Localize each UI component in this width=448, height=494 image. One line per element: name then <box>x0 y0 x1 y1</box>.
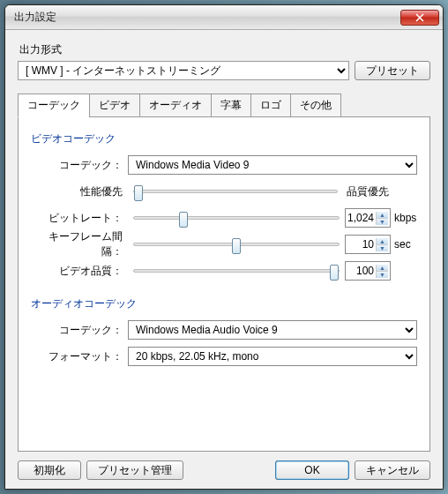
bitrate-spinner[interactable]: ▲▼ <box>376 212 388 225</box>
video-codec-label: コーデック： <box>31 158 128 173</box>
close-button[interactable] <box>400 10 439 26</box>
close-icon <box>415 13 424 22</box>
chevron-down-icon: ▼ <box>377 219 388 225</box>
keyframe-label: キーフレーム間隔： <box>31 229 128 259</box>
bitrate-label: ビットレート： <box>31 211 128 226</box>
tab-audio[interactable]: オーディオ <box>139 94 212 117</box>
keyframe-spinner[interactable]: ▲▼ <box>376 238 388 251</box>
output-format-select[interactable]: [ WMV ] - インターネットストリーミング <box>18 61 349 80</box>
tab-video[interactable]: ビデオ <box>89 94 140 117</box>
video-quality-slider[interactable] <box>128 269 345 273</box>
chevron-up-icon: ▲ <box>377 265 388 272</box>
button-bar: 初期化 プリセット管理 OK キャンセル <box>18 452 430 480</box>
chevron-down-icon: ▼ <box>377 272 388 278</box>
chevron-up-icon: ▲ <box>377 212 388 219</box>
dialog-window: 出力設定 出力形式 [ WMV ] - インターネットストリーミング プリセット… <box>4 4 444 490</box>
perf-quality-slider[interactable] <box>128 190 343 193</box>
video-quality-spinner[interactable]: ▲▼ <box>376 265 388 278</box>
tab-other[interactable]: その他 <box>290 94 341 117</box>
cancel-button[interactable]: キャンセル <box>355 460 430 480</box>
video-codec-title: ビデオコーデック <box>31 131 417 146</box>
audio-codec-group: オーディオコーデック コーデック： Windows Media Audio Vo… <box>31 296 417 366</box>
tab-logo[interactable]: ロゴ <box>250 94 291 117</box>
quality-label: 品質優先 <box>343 184 391 199</box>
audio-codec-label: コーデック： <box>31 323 128 338</box>
chevron-down-icon: ▼ <box>377 245 388 251</box>
preset-manage-button[interactable]: プリセット管理 <box>86 460 183 480</box>
audio-format-select[interactable]: 20 kbps, 22.05 kHz, mono <box>128 347 417 366</box>
keyframe-unit: sec <box>391 238 417 251</box>
video-codec-select[interactable]: Windows Media Video 9 <box>128 155 417 175</box>
output-format-label: 出力形式 <box>19 42 430 57</box>
titlebar: 出力設定 <box>5 5 443 30</box>
client-area: 出力形式 [ WMV ] - インターネットストリーミング プリセット コーデッ… <box>5 30 443 489</box>
window-title: 出力設定 <box>14 10 400 25</box>
bitrate-slider[interactable] <box>128 216 345 220</box>
performance-label: 性能優先 <box>31 184 128 199</box>
video-quality-input[interactable]: 100 ▲▼ <box>345 261 391 281</box>
tabstrip: コーデック ビデオ オーディオ 字幕 ロゴ その他 <box>18 94 430 117</box>
initialize-button[interactable]: 初期化 <box>18 460 81 480</box>
audio-codec-select[interactable]: Windows Media Audio Voice 9 <box>128 320 417 340</box>
ok-button[interactable]: OK <box>275 460 349 480</box>
tab-subtitle[interactable]: 字幕 <box>211 94 251 117</box>
video-quality-label: ビデオ品質： <box>31 264 128 279</box>
keyframe-input[interactable]: 10 ▲▼ <box>345 235 391 254</box>
tab-codec[interactable]: コーデック <box>18 94 90 117</box>
preset-button[interactable]: プリセット <box>355 61 430 80</box>
keyframe-slider[interactable] <box>128 243 345 246</box>
bitrate-unit: kbps <box>391 212 417 224</box>
bitrate-input[interactable]: 1,024 ▲▼ <box>345 208 391 228</box>
audio-codec-title: オーディオコーデック <box>31 296 417 311</box>
video-codec-group: ビデオコーデック コーデック： Windows Media Video 9 性能… <box>31 131 417 281</box>
chevron-up-icon: ▲ <box>377 238 388 245</box>
audio-format-label: フォーマット： <box>31 349 128 364</box>
tab-panel: ビデオコーデック コーデック： Windows Media Video 9 性能… <box>18 116 430 452</box>
